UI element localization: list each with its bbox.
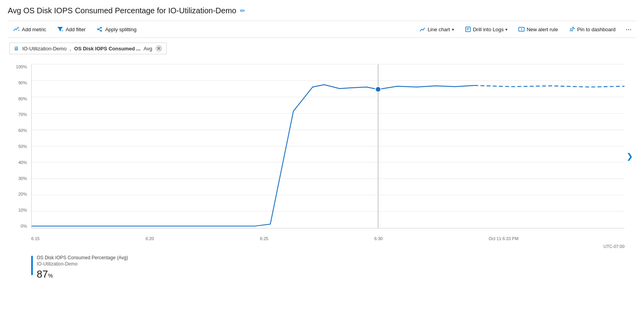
- y-label-70pct: 70%: [8, 112, 29, 117]
- add-metric-button[interactable]: + Add metric: [8, 21, 52, 38]
- y-axis: 0% 10% 20% 30% 40% 50% 60% 70% 80% 90% 1…: [8, 64, 29, 228]
- y-label-20pct: 20%: [8, 192, 29, 196]
- svg-point-3: [100, 27, 102, 29]
- add-filter-button[interactable]: + Add filter: [52, 21, 91, 38]
- drill-logs-chevron: ▾: [505, 27, 507, 32]
- more-options-button[interactable]: ···: [621, 21, 636, 38]
- vm-icon: 🖥: [14, 45, 19, 52]
- y-label-10pct: 10%: [8, 208, 29, 212]
- metric-tag-close[interactable]: ✕: [155, 45, 162, 52]
- page-title: Avg OS Disk IOPS Consumed Percentage for…: [8, 6, 236, 15]
- edit-title-icon[interactable]: ✏: [240, 7, 245, 14]
- y-label-40pct: 40%: [8, 160, 29, 165]
- legend-value: 87%: [37, 268, 128, 280]
- y-label-50pct: 50%: [8, 144, 29, 149]
- legend-item: OS Disk IOPS Consumed Percentage (Avg) I…: [31, 255, 636, 280]
- metric-tag-name: OS Disk IOPS Consumed ...: [74, 46, 141, 52]
- legend-color-bar: [31, 256, 33, 275]
- legend: OS Disk IOPS Consumed Percentage (Avg) I…: [8, 255, 636, 280]
- x-axis: 6:15 6:20 6:25 6:30 Oct 11 6:33 PM: [31, 236, 624, 241]
- x-label-625: 6:25: [260, 236, 268, 241]
- svg-text:+: +: [18, 29, 20, 32]
- timezone-label: UTC-07:00: [603, 244, 624, 249]
- apply-splitting-button[interactable]: Apply splitting: [91, 21, 142, 38]
- line-chart-chevron: ▾: [452, 27, 454, 32]
- alert-icon: !: [518, 26, 525, 32]
- y-label-100pct: 100%: [8, 64, 29, 69]
- svg-text:+: +: [61, 29, 63, 32]
- pin-to-dashboard-button[interactable]: Pin to dashboard: [564, 21, 621, 38]
- splitting-icon: [96, 26, 103, 32]
- svg-point-4: [100, 30, 102, 32]
- toolbar: + Add metric + Add filter Apply splittin…: [8, 21, 636, 38]
- chart-scroll-right[interactable]: ❯: [626, 151, 633, 161]
- svg-rect-7: [466, 27, 470, 32]
- x-label-620: 6:20: [146, 236, 154, 241]
- legend-title: OS Disk IOPS Consumed Percentage (Avg): [37, 255, 128, 260]
- metric-tag-agg: Avg: [144, 46, 152, 52]
- line-chart-button[interactable]: Line chart ▾: [414, 21, 459, 38]
- legend-subtitle: IO-Utilization-Demo: [37, 261, 128, 267]
- data-point: [375, 87, 381, 92]
- x-label-tooltip-time: Oct 11 6:33 PM: [489, 236, 518, 241]
- x-label-630: 6:30: [374, 236, 382, 241]
- x-label-615: 6:15: [31, 236, 39, 241]
- legend-text: OS Disk IOPS Consumed Percentage (Avg) I…: [37, 255, 128, 280]
- y-label-90pct: 90%: [8, 80, 29, 85]
- y-label-30pct: 30%: [8, 176, 29, 181]
- svg-line-6: [99, 29, 100, 31]
- drill-into-logs-button[interactable]: Drill into Logs ▾: [459, 21, 513, 38]
- chart-line-dashed: [474, 86, 624, 87]
- y-label-60pct: 60%: [8, 128, 29, 133]
- y-label-80pct: 80%: [8, 96, 29, 101]
- pin-icon: [569, 26, 575, 32]
- metric-tag-vm: IO-Utilization-Demo: [22, 46, 66, 52]
- svg-text:!: !: [521, 27, 522, 31]
- y-label-0pct: 0%: [8, 224, 29, 228]
- chart-line-solid: [32, 85, 474, 226]
- chart-svg: [32, 64, 624, 228]
- title-row: Avg OS Disk IOPS Consumed Percentage for…: [8, 6, 636, 15]
- chart-plot: [31, 64, 624, 228]
- add-metric-icon: +: [13, 26, 20, 32]
- filter-icon: +: [57, 26, 63, 32]
- new-alert-rule-button[interactable]: ! New alert rule: [513, 21, 563, 38]
- toolbar-right: Line chart ▾ Drill into Logs ▾ ! New ale…: [414, 21, 636, 38]
- svg-point-2: [97, 29, 99, 30]
- metric-tag: 🖥 IO-Utilization-Demo, OS Disk IOPS Cons…: [9, 43, 167, 54]
- svg-line-5: [99, 28, 100, 29]
- line-chart-icon: [420, 26, 426, 32]
- drill-logs-icon: [465, 26, 471, 32]
- page: Avg OS Disk IOPS Consumed Percentage for…: [0, 0, 644, 319]
- chart-area: 0% 10% 20% 30% 40% 50% 60% 70% 80% 90% 1…: [8, 61, 636, 252]
